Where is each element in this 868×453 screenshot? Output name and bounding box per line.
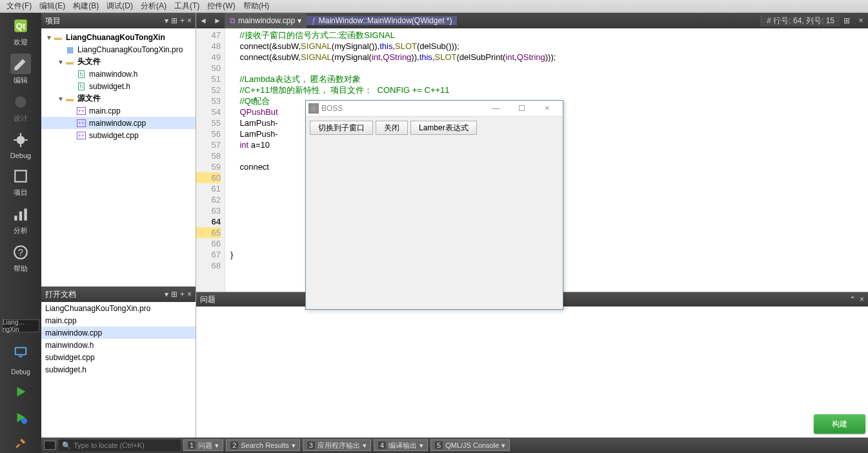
menu-item[interactable]: 帮助(H) [239, 1, 274, 12]
build-badge[interactable]: 构建 [814, 414, 865, 434]
mode-qt[interactable]: Qt欢迎 [4, 15, 37, 47]
disclosure-icon[interactable]: ▾ [57, 94, 65, 103]
tree-item[interactable]: hmainwindow.h [41, 68, 196, 80]
line-number[interactable]: 68 [196, 260, 221, 271]
line-gutter[interactable]: 4748495051525354555657585960616263646566… [196, 28, 225, 292]
close-icon[interactable]: × [854, 16, 868, 25]
line-number[interactable]: 67 [196, 249, 221, 260]
boss-window[interactable]: BOSS — ☐ × 切换到子窗口关闭Lamber表达式 [305, 100, 563, 310]
expand-icon[interactable]: ⌃ [849, 295, 856, 304]
line-number[interactable]: 61 [196, 183, 221, 194]
filter-icon[interactable]: ▾ [165, 16, 168, 25]
svg-rect-13 [15, 443, 20, 448]
minimize-button[interactable]: — [483, 101, 509, 116]
line-number[interactable]: 52 [196, 85, 221, 96]
play-button[interactable] [11, 382, 30, 401]
maximize-button[interactable]: ☐ [509, 101, 534, 116]
mode-projects[interactable]: 项目 [4, 166, 37, 197]
line-number[interactable]: 65 [196, 227, 221, 238]
output-tab[interactable]: 3应用程序输出▾ [303, 439, 371, 451]
disclosure-icon[interactable]: ▾ [45, 33, 53, 42]
tree-item-label: main.cpp [89, 106, 121, 116]
output-tab[interactable]: 1问题▾ [183, 439, 223, 451]
menu-item[interactable]: 分析(A) [137, 1, 170, 12]
output-tab[interactable]: 5QML/JS Console▾ [430, 439, 510, 451]
line-number[interactable]: 66 [196, 238, 221, 249]
symbol-crumb[interactable]: ƒ MainWindow::MainWindow(QWidget *) [307, 16, 457, 25]
line-number[interactable]: 51 [196, 74, 221, 85]
output-tab[interactable]: 2Search Results▾ [226, 439, 300, 451]
open-documents-list[interactable]: LiangChuanagKouTongXin.promain.cppmainwi… [41, 302, 196, 453]
line-number[interactable]: 60 [196, 172, 221, 183]
line-number[interactable]: 56 [196, 128, 221, 139]
close-icon[interactable]: × [187, 16, 192, 25]
opendoc-item[interactable]: mainwindow.cpp [41, 327, 196, 339]
tree-item[interactable]: ▦LiangChuanagKouTongXin.pro [41, 43, 196, 55]
kit-selector[interactable]: Liang…ngXin [2, 319, 39, 332]
tree-item[interactable]: ▾▬LiangChuanagKouTongXin [41, 31, 196, 43]
add-icon[interactable]: + [180, 16, 185, 25]
menu-item[interactable]: 构建(B) [69, 1, 103, 12]
debug-icon [10, 130, 31, 150]
project-tree[interactable]: ▾▬LiangChuanagKouTongXin▦LiangChuanagKou… [41, 28, 196, 287]
menu-item[interactable]: 工具(T) [170, 1, 203, 12]
disclosure-icon[interactable]: ▾ [57, 57, 65, 66]
line-number[interactable]: 49 [196, 52, 221, 63]
filter-icon[interactable]: ▾ [165, 290, 168, 299]
tree-item[interactable]: hsubwidget.h [41, 80, 196, 92]
menu-item[interactable]: 编辑(E) [35, 1, 69, 12]
opendoc-item[interactable]: mainwindow.h [41, 339, 196, 351]
nav-fwd-icon[interactable]: ► [210, 16, 225, 25]
tree-item[interactable]: ++main.cpp [41, 105, 196, 117]
monitor-button[interactable] [11, 343, 30, 362]
close-icon[interactable]: × [860, 295, 864, 304]
opendoc-item[interactable]: subwidget.cpp [41, 351, 196, 363]
file-crumb[interactable]: ⧉ mainwindow.cpp ▾ [225, 13, 307, 28]
split-icon[interactable]: ⊞ [171, 290, 177, 299]
line-number[interactable]: 47 [196, 30, 221, 41]
output-toggle-icon[interactable] [44, 441, 56, 450]
tree-item[interactable]: ++mainwindow.cpp [41, 117, 196, 129]
split-icon[interactable]: ⊞ [171, 16, 177, 25]
hammer-button[interactable] [11, 434, 30, 453]
tree-item[interactable]: ▾▬头文件 [41, 55, 196, 68]
opendoc-item[interactable]: LiangChuanagKouTongXin.pro [41, 302, 196, 314]
mode-analyze[interactable]: 分析 [4, 204, 37, 236]
mode-edit[interactable]: 编辑 [4, 54, 37, 85]
line-number[interactable]: 57 [196, 139, 221, 150]
close-button[interactable]: × [534, 101, 560, 116]
line-number[interactable]: 59 [196, 161, 221, 172]
line-number[interactable]: 58 [196, 150, 221, 161]
problems-body[interactable] [196, 307, 868, 453]
menu-item[interactable]: 文件(F) [3, 1, 35, 12]
split-icon[interactable]: ⊞ [840, 16, 854, 25]
close-icon[interactable]: × [187, 290, 192, 299]
line-number[interactable]: 64 [196, 216, 221, 227]
dialog-button[interactable]: 切换到子窗口 [310, 121, 373, 135]
mode-help[interactable]: ?帮助 [4, 242, 37, 274]
boss-titlebar[interactable]: BOSS — ☐ × [306, 101, 563, 117]
line-number[interactable]: 55 [196, 117, 221, 128]
line-number[interactable]: 48 [196, 41, 221, 52]
menu-item[interactable]: 调试(D) [103, 1, 137, 12]
dialog-button[interactable]: Lamber表达式 [410, 121, 477, 135]
tree-item[interactable]: ▾▬源文件 [41, 92, 196, 105]
problems-title: 问题 [200, 294, 216, 305]
playbug-button[interactable] [11, 408, 30, 427]
chevron-down-icon: ▾ [501, 441, 505, 450]
opendoc-item[interactable]: main.cpp [41, 314, 196, 327]
line-number[interactable]: 62 [196, 194, 221, 205]
opendoc-item[interactable]: subwidget.h [41, 363, 196, 376]
output-tab[interactable]: 4编译输出▾ [374, 439, 428, 451]
nav-back-icon[interactable]: ◄ [196, 16, 210, 25]
tree-item[interactable]: ++subwidget.cpp [41, 129, 196, 141]
line-number[interactable]: 50 [196, 63, 221, 74]
mode-debug[interactable]: Debug [4, 130, 37, 159]
line-number[interactable]: 63 [196, 205, 221, 216]
line-number[interactable]: 54 [196, 106, 221, 117]
locator-input[interactable]: 🔍 Type to locate (Ctrl+K) [58, 439, 181, 451]
line-number[interactable]: 53 [196, 96, 221, 106]
add-icon[interactable]: + [180, 290, 185, 299]
dialog-button[interactable]: 关闭 [376, 121, 408, 135]
menu-item[interactable]: 控件(W) [203, 1, 239, 12]
